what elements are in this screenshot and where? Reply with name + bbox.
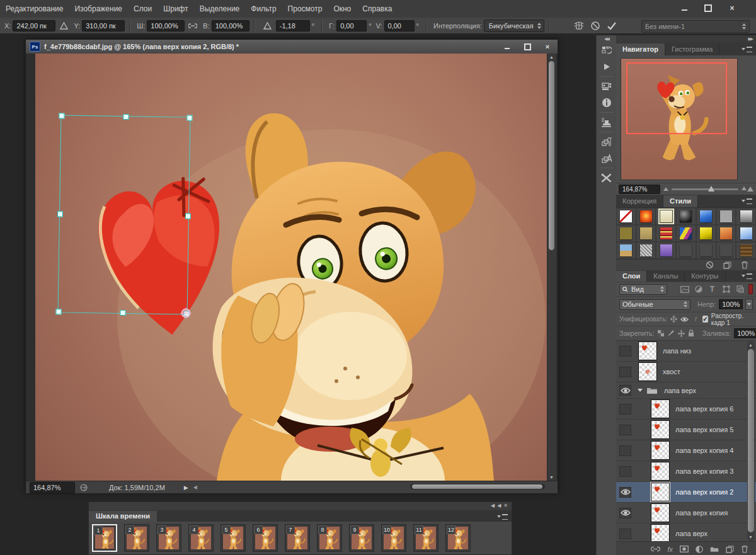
group-expand-icon[interactable] bbox=[638, 389, 643, 392]
trash-icon[interactable] bbox=[741, 261, 748, 269]
menu-view[interactable]: Просмотр bbox=[282, 0, 328, 18]
layers-scrollbar[interactable]: ▲ ▼ bbox=[747, 341, 755, 541]
timeline-panel-menu-icon[interactable] bbox=[497, 513, 508, 520]
vertical-scrollbar[interactable]: ▲ ▼ bbox=[547, 54, 556, 481]
new-style-icon[interactable] bbox=[723, 261, 731, 269]
fill-value[interactable]: 100% bbox=[734, 328, 756, 338]
tab-styles[interactable]: Стили bbox=[663, 195, 698, 207]
scroll-up-icon[interactable]: ▲ bbox=[748, 343, 753, 347]
menu-edit[interactable]: Редактирование bbox=[0, 0, 69, 18]
layer-row[interactable]: лапа верх копия bbox=[616, 503, 756, 524]
layer-group-row[interactable]: лапа верх bbox=[616, 382, 756, 399]
lock-transparency-icon[interactable] bbox=[658, 329, 664, 338]
horizontal-scrollbar[interactable] bbox=[202, 481, 554, 493]
style-swatch[interactable] bbox=[636, 225, 656, 242]
status-menu-arrow-icon[interactable]: ▶ bbox=[184, 484, 188, 491]
warp-mode-icon[interactable] bbox=[572, 20, 586, 32]
layer-thumbnail[interactable] bbox=[651, 442, 669, 459]
style-swatch-selected[interactable] bbox=[656, 208, 676, 225]
hskew-input[interactable]: 0,00 bbox=[336, 20, 367, 31]
layer-row-active[interactable]: лапа верх копия 2 bbox=[616, 482, 756, 503]
unify-style-icon[interactable]: f bbox=[692, 314, 699, 324]
animation-frame[interactable]: 6 0 с bbox=[253, 524, 278, 555]
transform-handle-bottom-center[interactable] bbox=[120, 310, 125, 316]
opacity-value[interactable]: 100% bbox=[719, 299, 743, 309]
menu-type[interactable]: Шрифт bbox=[158, 0, 193, 18]
styles-panel-menu-icon[interactable] bbox=[742, 197, 753, 205]
filter-shape-layers-icon[interactable] bbox=[721, 285, 731, 294]
animation-frame[interactable]: 1 0 с bbox=[92, 524, 117, 555]
animation-frame[interactable]: 11 0 с bbox=[413, 524, 438, 555]
navigator-zoom-slider[interactable] bbox=[672, 188, 738, 190]
tab-histogram[interactable]: Гистограмма bbox=[665, 43, 720, 55]
add-layer-mask-icon[interactable] bbox=[680, 546, 689, 552]
layer-thumbnail[interactable] bbox=[639, 342, 656, 360]
y-input[interactable]: 310,00 пк bbox=[82, 20, 125, 31]
layer-row[interactable]: лапа низ bbox=[616, 341, 756, 362]
frame-delay[interactable]: 0 с bbox=[253, 552, 278, 555]
filter-smart-objects-icon[interactable] bbox=[735, 285, 745, 294]
navigator-zoom-input[interactable]: 164,87% bbox=[619, 185, 660, 194]
tab-timeline[interactable]: Шкала времени bbox=[89, 511, 157, 522]
visibility-toggle[interactable] bbox=[619, 445, 631, 456]
opacity-dropdown-icon[interactable] bbox=[745, 299, 753, 310]
transform-handle-bottom-left[interactable] bbox=[55, 309, 61, 314]
frame-delay[interactable]: 0 с bbox=[188, 552, 214, 555]
layer-row[interactable]: лапа верх копия 3 bbox=[616, 461, 756, 482]
layer-name[interactable]: лапа верх копия 3 bbox=[675, 467, 733, 475]
style-swatch[interactable] bbox=[616, 208, 636, 225]
animation-frame[interactable]: 4 0 с bbox=[188, 524, 214, 555]
style-swatch[interactable] bbox=[696, 208, 716, 225]
collapse-strip-icon[interactable]: ◀◀ bbox=[597, 35, 616, 42]
height-input[interactable]: 100,00% bbox=[212, 20, 249, 31]
filter-toggle-switch[interactable] bbox=[748, 284, 753, 294]
visibility-toggle[interactable] bbox=[619, 346, 631, 357]
clone-source-panel-icon[interactable] bbox=[597, 114, 616, 130]
scroll-left-icon[interactable]: ◀ bbox=[193, 484, 197, 490]
zoom-slider-thumb[interactable] bbox=[708, 186, 714, 192]
layer-thumbnail[interactable] bbox=[651, 525, 669, 541]
status-zoom-input[interactable]: 164,87% bbox=[30, 482, 75, 493]
layer-thumbnail[interactable] bbox=[651, 483, 669, 501]
layer-thumbnail[interactable] bbox=[651, 462, 669, 480]
vskew-input[interactable]: 0,00 bbox=[384, 20, 415, 31]
style-swatch[interactable] bbox=[736, 208, 756, 225]
doc-minimize-button[interactable] bbox=[501, 42, 513, 51]
tab-channels[interactable]: Каналы bbox=[647, 271, 685, 282]
app-minimize-button[interactable] bbox=[677, 3, 692, 14]
layer-name[interactable]: лапа верх копия bbox=[675, 509, 728, 517]
visibility-toggle[interactable] bbox=[619, 487, 631, 498]
layer-name[interactable]: хвост bbox=[663, 368, 680, 375]
layers-scroll-thumb[interactable] bbox=[748, 349, 754, 532]
app-close-button[interactable]: × bbox=[724, 3, 740, 14]
frame-delay[interactable]: 0 с bbox=[381, 552, 406, 555]
layer-name[interactable]: лапа верх копия 4 bbox=[675, 447, 733, 454]
horizontal-scroll-thumb[interactable] bbox=[412, 484, 542, 489]
animation-frame[interactable]: 2 0 с bbox=[124, 524, 149, 555]
new-adjustment-layer-icon[interactable] bbox=[696, 546, 703, 553]
frame-delay[interactable]: 0 с bbox=[413, 552, 438, 555]
visibility-toggle[interactable] bbox=[619, 529, 631, 539]
animation-frame[interactable]: 5 0 с bbox=[220, 524, 246, 555]
propagate-frame-checkbox[interactable]: ✓ bbox=[702, 316, 708, 323]
transform-handle-middle-right[interactable] bbox=[185, 214, 191, 219]
style-swatch[interactable] bbox=[616, 242, 636, 259]
animation-frame[interactable]: 9 0 с bbox=[349, 524, 374, 555]
trash-icon[interactable] bbox=[741, 545, 748, 553]
style-swatch[interactable] bbox=[736, 242, 756, 259]
zoom-out-icon[interactable] bbox=[663, 187, 668, 191]
style-swatch[interactable] bbox=[716, 225, 736, 242]
app-maximize-button[interactable] bbox=[701, 3, 716, 14]
frame-delay[interactable]: 0 с bbox=[156, 552, 181, 555]
transform-handle-middle-left[interactable] bbox=[57, 211, 63, 217]
clear-style-icon[interactable] bbox=[706, 261, 714, 269]
visibility-toggle[interactable] bbox=[619, 404, 631, 415]
layer-name[interactable]: лапа верх копия 2 bbox=[675, 488, 733, 496]
transform-handle-top-right[interactable] bbox=[186, 115, 192, 121]
tools-crossed-panel-icon[interactable] bbox=[597, 169, 616, 186]
style-swatch[interactable] bbox=[656, 242, 676, 259]
layer-thumbnail[interactable] bbox=[651, 400, 669, 418]
frame-delay[interactable]: 0 с bbox=[317, 552, 342, 555]
transform-handle-top-left[interactable] bbox=[59, 113, 64, 118]
menu-help[interactable]: Справка bbox=[357, 0, 398, 18]
